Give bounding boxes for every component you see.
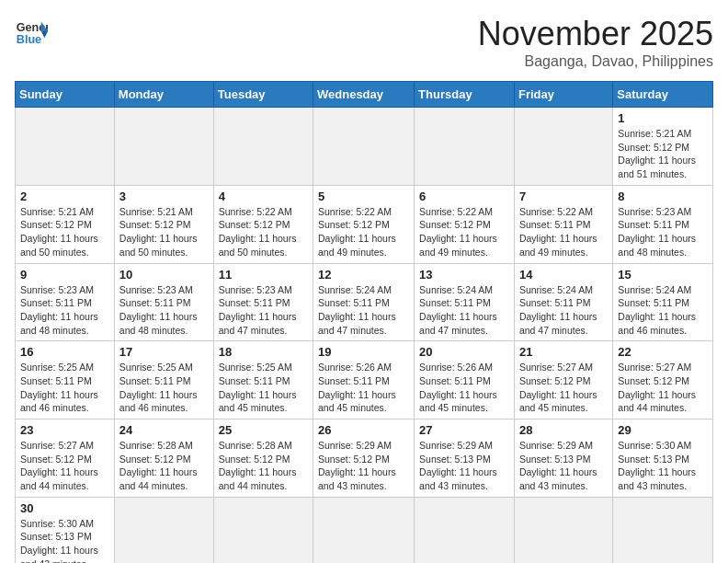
calendar-cell: 24Sunrise: 5:28 AM Sunset: 5:12 PM Dayli… xyxy=(114,419,213,498)
calendar-cell xyxy=(114,497,213,563)
day-number: 21 xyxy=(519,345,608,359)
day-number: 26 xyxy=(318,423,409,437)
calendar-cell: 17Sunrise: 5:25 AM Sunset: 5:11 PM Dayli… xyxy=(114,341,213,419)
day-info: Sunrise: 5:21 AM Sunset: 5:12 PM Dayligh… xyxy=(618,127,708,181)
calendar-week-row: 23Sunrise: 5:27 AM Sunset: 5:12 PM Dayli… xyxy=(16,419,713,498)
calendar-cell xyxy=(313,497,415,563)
calendar-cell: 2Sunrise: 5:21 AM Sunset: 5:12 PM Daylig… xyxy=(16,185,115,263)
day-number: 2 xyxy=(20,190,109,203)
weekday-header-tuesday: Tuesday xyxy=(213,82,313,108)
calendar-cell: 15Sunrise: 5:24 AM Sunset: 5:11 PM Dayli… xyxy=(613,263,713,341)
calendar-header-row: SundayMondayTuesdayWednesdayThursdayFrid… xyxy=(16,82,713,108)
day-number: 27 xyxy=(419,423,509,437)
calendar-cell: 12Sunrise: 5:24 AM Sunset: 5:11 PM Dayli… xyxy=(313,263,415,341)
calendar-cell: 10Sunrise: 5:23 AM Sunset: 5:11 PM Dayli… xyxy=(114,263,213,341)
logo-icon: General Blue xyxy=(15,15,48,48)
calendar-cell: 9Sunrise: 5:23 AM Sunset: 5:11 PM Daylig… xyxy=(16,263,115,341)
calendar-cell: 8Sunrise: 5:23 AM Sunset: 5:11 PM Daylig… xyxy=(613,185,713,263)
calendar-cell: 25Sunrise: 5:28 AM Sunset: 5:12 PM Dayli… xyxy=(213,419,313,498)
title-block: November 2025 Baganga, Davao, Philippine… xyxy=(478,15,713,70)
calendar-cell: 23Sunrise: 5:27 AM Sunset: 5:12 PM Dayli… xyxy=(16,419,115,498)
day-info: Sunrise: 5:29 AM Sunset: 5:12 PM Dayligh… xyxy=(318,439,409,493)
day-number: 16 xyxy=(20,345,109,359)
location: Baganga, Davao, Philippines xyxy=(478,53,713,70)
day-number: 19 xyxy=(318,345,409,359)
calendar-week-row: 16Sunrise: 5:25 AM Sunset: 5:11 PM Dayli… xyxy=(16,341,713,419)
day-info: Sunrise: 5:23 AM Sunset: 5:11 PM Dayligh… xyxy=(20,283,109,338)
day-info: Sunrise: 5:22 AM Sunset: 5:11 PM Dayligh… xyxy=(519,205,608,259)
calendar-cell xyxy=(213,497,313,563)
svg-text:Blue: Blue xyxy=(17,33,41,46)
day-info: Sunrise: 5:27 AM Sunset: 5:12 PM Dayligh… xyxy=(519,361,608,415)
calendar-cell: 26Sunrise: 5:29 AM Sunset: 5:12 PM Dayli… xyxy=(313,419,415,498)
day-number: 23 xyxy=(20,423,109,437)
calendar-cell: 11Sunrise: 5:23 AM Sunset: 5:11 PM Dayli… xyxy=(213,263,313,341)
day-info: Sunrise: 5:25 AM Sunset: 5:11 PM Dayligh… xyxy=(20,361,109,415)
calendar-week-row: 9Sunrise: 5:23 AM Sunset: 5:11 PM Daylig… xyxy=(16,263,713,341)
day-info: Sunrise: 5:26 AM Sunset: 5:11 PM Dayligh… xyxy=(318,361,409,415)
weekday-header-thursday: Thursday xyxy=(415,82,515,108)
weekday-header-wednesday: Wednesday xyxy=(313,82,415,108)
calendar-cell xyxy=(16,108,115,186)
day-info: Sunrise: 5:24 AM Sunset: 5:11 PM Dayligh… xyxy=(419,283,509,338)
day-info: Sunrise: 5:30 AM Sunset: 5:13 PM Dayligh… xyxy=(20,517,109,563)
day-number: 12 xyxy=(318,268,409,282)
day-info: Sunrise: 5:28 AM Sunset: 5:12 PM Dayligh… xyxy=(219,439,308,493)
day-number: 3 xyxy=(119,190,209,203)
day-info: Sunrise: 5:24 AM Sunset: 5:11 PM Dayligh… xyxy=(618,283,708,338)
calendar-cell: 22Sunrise: 5:27 AM Sunset: 5:12 PM Dayli… xyxy=(613,341,713,419)
day-info: Sunrise: 5:21 AM Sunset: 5:12 PM Dayligh… xyxy=(119,205,209,259)
calendar-cell: 1Sunrise: 5:21 AM Sunset: 5:12 PM Daylig… xyxy=(613,108,713,186)
weekday-header-saturday: Saturday xyxy=(613,82,713,108)
day-info: Sunrise: 5:25 AM Sunset: 5:11 PM Dayligh… xyxy=(119,361,209,415)
calendar-cell xyxy=(613,497,713,563)
day-number: 17 xyxy=(119,345,209,359)
calendar-cell: 5Sunrise: 5:22 AM Sunset: 5:12 PM Daylig… xyxy=(313,185,415,263)
day-number: 1 xyxy=(618,111,708,125)
calendar-cell: 6Sunrise: 5:22 AM Sunset: 5:12 PM Daylig… xyxy=(415,185,515,263)
day-info: Sunrise: 5:29 AM Sunset: 5:13 PM Dayligh… xyxy=(519,439,608,493)
calendar-cell: 20Sunrise: 5:26 AM Sunset: 5:11 PM Dayli… xyxy=(415,341,515,419)
day-number: 6 xyxy=(419,190,509,203)
calendar-week-row: 30Sunrise: 5:30 AM Sunset: 5:13 PM Dayli… xyxy=(16,497,713,563)
calendar-cell: 19Sunrise: 5:26 AM Sunset: 5:11 PM Dayli… xyxy=(313,341,415,419)
day-info: Sunrise: 5:22 AM Sunset: 5:12 PM Dayligh… xyxy=(419,205,509,259)
logo: General Blue xyxy=(15,15,48,48)
calendar-cell: 3Sunrise: 5:21 AM Sunset: 5:12 PM Daylig… xyxy=(114,185,213,263)
calendar-cell xyxy=(514,108,612,186)
day-info: Sunrise: 5:27 AM Sunset: 5:12 PM Dayligh… xyxy=(618,361,708,415)
calendar-week-row: 1Sunrise: 5:21 AM Sunset: 5:12 PM Daylig… xyxy=(16,108,713,186)
calendar-cell: 30Sunrise: 5:30 AM Sunset: 5:13 PM Dayli… xyxy=(16,497,115,563)
calendar-table: SundayMondayTuesdayWednesdayThursdayFrid… xyxy=(15,81,713,563)
day-info: Sunrise: 5:30 AM Sunset: 5:13 PM Dayligh… xyxy=(618,439,708,493)
calendar-cell: 16Sunrise: 5:25 AM Sunset: 5:11 PM Dayli… xyxy=(16,341,115,419)
day-number: 24 xyxy=(119,423,209,437)
calendar-cell xyxy=(313,108,415,186)
calendar-week-row: 2Sunrise: 5:21 AM Sunset: 5:12 PM Daylig… xyxy=(16,185,713,263)
day-number: 22 xyxy=(618,345,708,359)
day-number: 9 xyxy=(20,268,109,282)
day-info: Sunrise: 5:29 AM Sunset: 5:13 PM Dayligh… xyxy=(419,439,509,493)
day-number: 7 xyxy=(519,190,608,203)
day-number: 8 xyxy=(618,190,708,203)
calendar-cell xyxy=(415,108,515,186)
weekday-header-friday: Friday xyxy=(514,82,612,108)
day-number: 29 xyxy=(618,423,708,437)
calendar-cell: 18Sunrise: 5:25 AM Sunset: 5:11 PM Dayli… xyxy=(213,341,313,419)
weekday-header-sunday: Sunday xyxy=(16,82,115,108)
day-number: 13 xyxy=(419,268,509,282)
day-number: 30 xyxy=(20,501,109,515)
day-info: Sunrise: 5:23 AM Sunset: 5:11 PM Dayligh… xyxy=(618,205,708,259)
day-info: Sunrise: 5:27 AM Sunset: 5:12 PM Dayligh… xyxy=(20,439,109,493)
calendar-cell: 14Sunrise: 5:24 AM Sunset: 5:11 PM Dayli… xyxy=(514,263,612,341)
month-title: November 2025 xyxy=(478,15,713,53)
calendar-cell: 27Sunrise: 5:29 AM Sunset: 5:13 PM Dayli… xyxy=(415,419,515,498)
day-info: Sunrise: 5:25 AM Sunset: 5:11 PM Dayligh… xyxy=(219,361,308,415)
weekday-header-monday: Monday xyxy=(114,82,213,108)
day-number: 18 xyxy=(219,345,308,359)
day-info: Sunrise: 5:21 AM Sunset: 5:12 PM Dayligh… xyxy=(20,205,109,259)
day-number: 20 xyxy=(419,345,509,359)
day-info: Sunrise: 5:24 AM Sunset: 5:11 PM Dayligh… xyxy=(519,283,608,338)
svg-marker-3 xyxy=(41,31,48,38)
day-info: Sunrise: 5:28 AM Sunset: 5:12 PM Dayligh… xyxy=(119,439,209,493)
